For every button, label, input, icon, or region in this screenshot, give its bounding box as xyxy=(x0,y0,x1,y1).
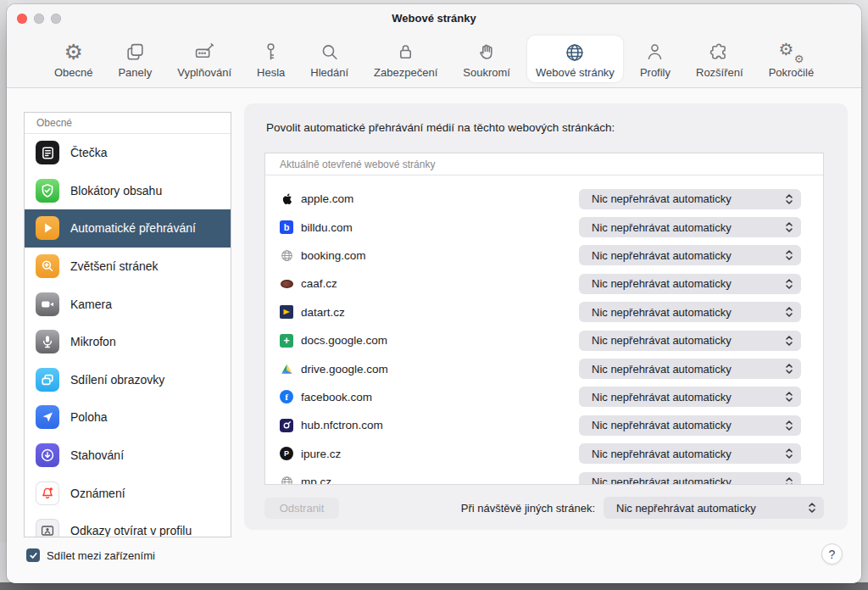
table-row[interactable]: drive.google.com Nic nepřehrávat automat… xyxy=(265,354,823,382)
site-name: drive.google.com xyxy=(301,363,579,376)
sidebar-item-mikrofon[interactable]: Mikrofon xyxy=(25,323,231,361)
site-name: facebook.com xyxy=(301,391,579,404)
autoplay-dropdown[interactable]: Nic nepřehrávat automaticky xyxy=(579,274,801,294)
autoplay-dropdown[interactable]: Nic nepřehrávat automaticky xyxy=(579,245,801,265)
chevron-up-down-icon xyxy=(785,363,793,375)
sidebar-item-stahovani[interactable]: Stahování xyxy=(25,437,231,475)
chevron-up-down-icon xyxy=(808,502,816,514)
sidebar-header: Obecné xyxy=(25,113,231,134)
table-row[interactable]: P ipure.cz Nic nepřehrávat automaticky xyxy=(265,440,823,468)
autoplay-dropdown[interactable]: Nic nepřehrávat automaticky xyxy=(579,415,801,436)
play-icon xyxy=(36,216,59,240)
close-window-button[interactable] xyxy=(17,14,27,24)
table-row[interactable]: apple.com Nic nepřehrávat automaticky xyxy=(265,185,823,213)
shield-check-icon xyxy=(36,179,59,203)
autoplay-dropdown[interactable]: Nic nepřehrávat automaticky xyxy=(579,359,801,379)
ipure-favicon: P xyxy=(280,447,293,460)
table-row[interactable]: caaf.cz Nic nepřehrávat automaticky xyxy=(265,270,823,298)
site-name: caaf.cz xyxy=(301,277,579,290)
globe-icon xyxy=(564,40,586,65)
sidebar-item-odkazy-otvirat-v-profilu[interactable]: Odkazy otvírat v profilu xyxy=(25,512,231,537)
billdu-favicon: b xyxy=(280,220,293,234)
autoplay-dropdown[interactable]: Nic nepřehrávat automaticky xyxy=(579,217,801,237)
site-name: booking.com xyxy=(301,249,579,262)
tabs-icon xyxy=(125,40,146,65)
chevron-up-down-icon xyxy=(785,193,793,205)
window-title: Webové stránky xyxy=(7,4,861,33)
microphone-icon xyxy=(36,330,59,353)
key-icon xyxy=(260,40,281,65)
autoplay-dropdown[interactable]: Nic nepřehrávat automaticky xyxy=(579,302,801,322)
zoom-window-button[interactable] xyxy=(51,14,61,24)
gear-icon: ⚙ xyxy=(64,40,82,65)
chevron-up-down-icon xyxy=(785,221,793,233)
tab-profily[interactable]: Profily xyxy=(632,36,679,82)
table-row[interactable]: b billdu.com Nic nepřehrávat automaticky xyxy=(265,213,823,241)
chevron-up-down-icon xyxy=(785,335,793,347)
sidebar-item-sdileni-obrazovky[interactable]: Sdílení obrazovky xyxy=(25,361,231,399)
globe-favicon xyxy=(280,248,293,262)
tab-hesla[interactable]: Hesla xyxy=(248,36,293,82)
location-arrow-icon xyxy=(36,405,59,429)
video-camera-icon xyxy=(36,292,59,316)
table-controls: Odstranit Při návštěvě jiných stránek: N… xyxy=(264,497,824,519)
tab-obecne[interactable]: ⚙ Obecné xyxy=(46,36,102,82)
site-name: datart.cz xyxy=(301,306,579,319)
chevron-up-down-icon xyxy=(785,448,793,459)
help-button[interactable]: ? xyxy=(821,543,843,565)
globe-favicon xyxy=(280,476,293,485)
remove-button[interactable]: Odstranit xyxy=(264,498,339,519)
table-row[interactable]: + docs.google.com Nic nepřehrávat automa… xyxy=(265,326,823,354)
chevron-up-down-icon xyxy=(785,306,793,318)
chevron-up-down-icon xyxy=(785,249,793,261)
sidebar-item-poloha[interactable]: Poloha xyxy=(25,398,231,437)
window-chrome: Webové stránky ⚙ Obecné Panely xyxy=(7,4,861,88)
table-row[interactable]: booking.com Nic nepřehrávat automaticky xyxy=(265,242,823,270)
titlebar: Webové stránky xyxy=(7,4,861,33)
sidebar-item-blokatory-obsahu[interactable]: Blokátory obsahu xyxy=(25,172,231,210)
tab-panely[interactable]: Panely xyxy=(109,36,160,82)
tab-vyplnovani[interactable]: Vyplňování xyxy=(169,36,240,82)
minimize-window-button[interactable] xyxy=(34,14,44,24)
autoplay-dropdown[interactable]: Nic nepřehrávat automaticky xyxy=(579,443,801,464)
other-sites-label: Při návštěvě jiných stránek: xyxy=(461,502,595,515)
site-name: billdu.com xyxy=(301,221,579,234)
safari-settings-window: Webové stránky ⚙ Obecné Panely xyxy=(7,4,861,583)
sidebar-item-automaticke-prehravani[interactable]: Automatické přehrávání xyxy=(25,209,231,248)
autoplay-settings-panel: Povolit automatické přehrávání médií na … xyxy=(244,103,848,530)
share-checkbox[interactable] xyxy=(26,548,40,562)
other-sites-dropdown[interactable]: Nic nepřehrávat automaticky xyxy=(604,497,824,519)
sidebar-item-oznameni[interactable]: Oznámení xyxy=(25,474,231,512)
site-name: mp.cz xyxy=(301,476,579,485)
autofill-icon xyxy=(194,40,215,65)
reader-icon xyxy=(36,141,59,164)
tab-pokrocile[interactable]: ⚙⚙ Pokročilé xyxy=(760,36,822,82)
table-row[interactable]: datart.cz Nic nepřehrávat automaticky xyxy=(265,298,823,326)
sidebar-item-ctecka[interactable]: Čtečka xyxy=(25,134,231,172)
sidebar-item-zvetseni-stranek[interactable]: Zvětšení stránek xyxy=(25,248,231,286)
autoplay-dropdown[interactable]: Nic nepřehrávat automaticky xyxy=(579,331,801,351)
caaf-favicon xyxy=(280,277,293,291)
table-row[interactable]: mp.cz Nic nepřehrávat automaticky xyxy=(265,468,823,485)
autoplay-dropdown[interactable]: Nic nepřehrávat automaticky xyxy=(579,472,801,485)
websites-table: Aktuálně otevřené webové stránky apple.c… xyxy=(264,153,824,485)
sidebar-item-kamera[interactable]: Kamera xyxy=(25,285,231,323)
autoplay-dropdown[interactable]: Nic nepřehrávat automaticky xyxy=(579,189,801,209)
table-row[interactable]: hub.nfctron.com Nic nepřehrávat automati… xyxy=(265,411,823,439)
profile-card-icon xyxy=(36,519,59,537)
nfctron-favicon xyxy=(280,419,293,432)
facebook-favicon: f xyxy=(280,390,293,404)
tab-zabezpeceni[interactable]: Zabezpečení xyxy=(365,36,446,82)
tab-rozsireni[interactable]: Rozšíření xyxy=(687,36,752,82)
google-docs-favicon: + xyxy=(280,334,293,348)
site-name: apple.com xyxy=(301,192,579,205)
autoplay-dropdown[interactable]: Nic nepřehrávat automaticky xyxy=(579,387,801,407)
tab-webove-stranky[interactable]: Webové stránky xyxy=(527,36,623,82)
zoom-plus-icon xyxy=(36,254,59,278)
content-area: Obecné Čtečka Blokátory obsah xyxy=(7,88,861,583)
table-header: Aktuálně otevřené webové stránky xyxy=(265,153,823,175)
chevron-up-down-icon xyxy=(785,476,793,485)
table-row[interactable]: f facebook.com Nic nepřehrávat automatic… xyxy=(265,383,823,411)
tab-soukromi[interactable]: Soukromí xyxy=(454,36,519,82)
tab-hledani[interactable]: Hledání xyxy=(302,36,357,82)
